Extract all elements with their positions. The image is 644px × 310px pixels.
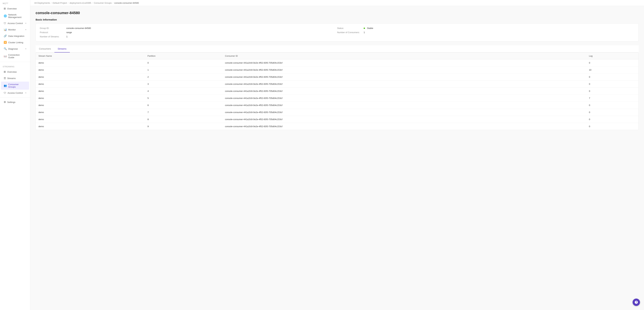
sidebar-item-connection-guide-label: Connection Guide [8,54,26,59]
sidebar-item-monitor[interactable]: 📊 Monitor ▾ [1,27,29,33]
sidebar: MQTT ⊞ Overview 🌐 Network Management 🛡 A… [0,0,30,310]
network-icon: 🌐 [4,15,7,18]
streaming-shield-icon: 🛡 [4,91,6,94]
sidebar-item-network-label: Network Management [8,14,26,19]
cell-stream-name: demo [36,116,145,123]
cell-consumer-id: console-consumer-441a1fc8-0e2e-4f52-83f3… [222,95,586,102]
info-card: Group ID: console-consumer-84580 Protoco… [36,23,639,41]
sidebar-item-streams[interactable]: ☰ Streams [1,75,29,81]
status-row: Status: Stable [337,27,634,30]
sidebar-item-streaming-overview-label: Overview [7,71,16,73]
cell-lag: 0 [586,74,638,81]
cell-partition: 9 [145,123,222,130]
connection-guide-icon: 📖 [4,55,7,58]
num-consumers-row: Number of Consumers: 1 [337,31,634,34]
table-row: demo 0 console-consumer-441a1fc8-0e2e-4f… [36,59,638,66]
cell-lag: 10 [586,66,638,74]
cell-lag: 0 [586,102,638,109]
table-row: demo 6 console-consumer-441a1fc8-0e2e-4f… [36,102,638,109]
consumer-groups-icon: 👥 [4,84,7,87]
cell-partition: 3 [145,81,222,88]
num-streams-value: 1 [66,35,68,38]
cell-stream-name: demo [36,102,145,109]
breadcrumb-default-project[interactable]: Default Project [53,2,67,4]
sidebar-item-cluster-linking[interactable]: 🔀 Cluster Linking [1,39,29,45]
table-row: demo 1 console-consumer-441a1fc8-0e2e-4f… [36,66,638,74]
sidebar-item-connection-guide[interactable]: 📖 Connection Guide [1,52,29,60]
sidebar-item-access-control-label: Access Control [8,22,23,25]
cell-partition: 0 [145,59,222,66]
chevron-down-icon-2: ▾ [25,29,26,31]
group-id-label: Group ID: [40,27,65,30]
cell-consumer-id: console-consumer-441a1fc8-0e2e-4f52-83f3… [222,74,586,81]
sidebar-item-overview[interactable]: ⊞ Overview [1,6,29,12]
tab-streams[interactable]: Streams [54,45,70,53]
cell-stream-name: demo [36,81,145,88]
cell-partition: 6 [145,102,222,109]
sidebar-item-streaming-access-control[interactable]: 🛡 Access Control ▾ [1,90,29,96]
cell-stream-name: demo [36,88,145,95]
cell-stream-name: demo [36,66,145,74]
sidebar-divider-2 [0,97,30,98]
sidebar-item-settings-label: Settings [7,101,16,103]
streaming-section-label: Streaming [0,63,30,69]
help-fab[interactable] [632,298,640,306]
status-dot [364,28,365,29]
cell-consumer-id: console-consumer-441a1fc8-0e2e-4f52-83f3… [222,66,586,74]
breadcrumb-consumer-groups[interactable]: Consumer Groups [94,2,112,4]
col-stream-name: Stream Name [36,53,145,59]
sidebar-item-consumer-groups[interactable]: 👥 Consumer Groups [1,82,29,90]
cell-partition: 2 [145,74,222,81]
cell-lag: 0 [586,59,638,66]
table-row: demo 2 console-consumer-441a1fc8-0e2e-4f… [36,74,638,81]
breadcrumb-current: console-consumer-84580 [114,2,139,4]
cell-consumer-id: console-consumer-441a1fc8-0e2e-4f52-83f3… [222,102,586,109]
sidebar-item-network-management[interactable]: 🌐 Network Management [1,12,29,20]
cell-partition: 4 [145,88,222,95]
breadcrumb-deployment[interactable]: deployment-e1ce9385 [70,2,91,4]
num-consumers-value: 1 [364,31,365,34]
group-id-row: Group ID: console-consumer-84580 [40,27,337,30]
streams-icon: ☰ [4,77,6,80]
col-consumer-id: Consumer ID [222,53,586,59]
sidebar-item-streaming-access-control-label: Access Control [8,92,23,94]
page-title: console-consumer-84580 [36,11,639,15]
cell-partition: 7 [145,109,222,116]
content-area: console-consumer-84580 Basic Information… [30,6,644,310]
protocol-value: range [66,31,72,34]
sidebar-item-diagnose[interactable]: 🔍 Diagnose ▾ [1,46,29,52]
breadcrumb-all-deployments[interactable]: All Deployments [34,2,50,4]
sidebar-item-access-control[interactable]: 🛡 Access Control ▾ [1,20,29,26]
cell-lag: 0 [586,88,638,95]
data-integration-icon: 🔗 [4,35,7,38]
sidebar-item-streams-label: Streams [7,77,16,80]
breadcrumb-sep-2: / [68,2,69,4]
breadcrumb-sep-1: / [51,2,52,4]
tab-consumers[interactable]: Consumers [36,45,54,53]
shield-icon: 🛡 [4,22,6,25]
sidebar-item-diagnose-label: Diagnose [8,48,18,50]
tabs: Consumers Streams [36,45,639,53]
cell-consumer-id: console-consumer-441a1fc8-0e2e-4f52-83f3… [222,116,586,123]
cell-consumer-id: console-consumer-441a1fc8-0e2e-4f52-83f3… [222,109,586,116]
chevron-down-icon-4: ▾ [25,92,26,94]
cell-lag: 0 [586,81,638,88]
breadcrumb-sep-4: / [113,2,113,4]
sidebar-item-streaming-overview[interactable]: ⊞ Overview [1,69,29,75]
cell-stream-name: demo [36,123,145,130]
sidebar-item-consumer-groups-label: Consumer Groups [8,83,26,88]
col-partition: Partition [145,53,222,59]
streaming-overview-icon: ⊞ [4,70,6,73]
cell-lag: 0 [586,109,638,116]
table-row: demo 9 console-consumer-441a1fc8-0e2e-4f… [36,123,638,130]
sidebar-item-overview-label: Overview [7,8,16,10]
status-value: Stable [367,27,373,30]
table-header: Stream Name Partition Consumer ID Lag [36,53,638,59]
table-header-row: Stream Name Partition Consumer ID Lag [36,53,638,59]
group-id-value: console-consumer-84580 [66,27,91,30]
sidebar-item-settings[interactable]: ⚙ Settings [1,99,29,105]
num-streams-label: Number of Streams: [40,35,65,38]
cell-partition: 1 [145,66,222,74]
cell-lag: 7 [586,95,638,102]
sidebar-item-data-integration[interactable]: 🔗 Data Integration [1,33,29,39]
